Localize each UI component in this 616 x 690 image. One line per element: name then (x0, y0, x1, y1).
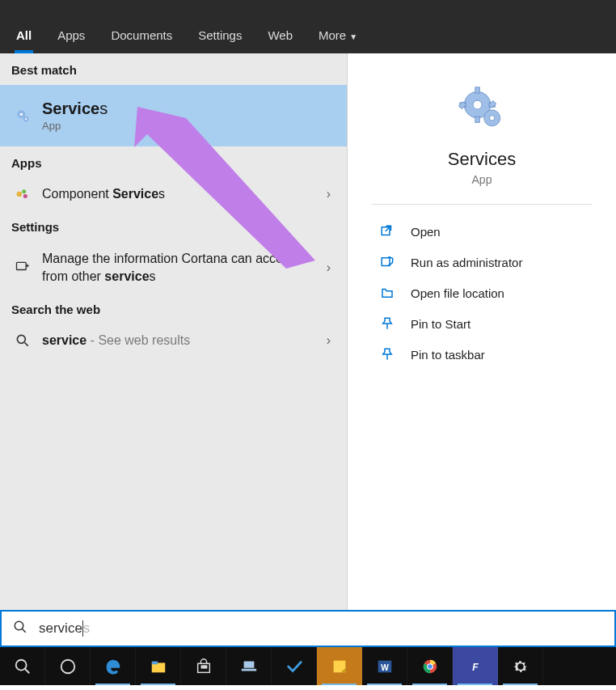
preview-title: Services (348, 149, 616, 170)
action-label: Open file location (411, 286, 504, 300)
permissions-icon (11, 260, 34, 276)
action-pin-start[interactable]: Pin to Start (348, 308, 616, 339)
svg-point-4 (17, 192, 23, 197)
taskbar-todo-button[interactable] (272, 647, 317, 685)
svg-line-9 (25, 343, 28, 346)
svg-point-6 (23, 194, 27, 198)
taskbar-cortana-button[interactable] (45, 647, 91, 685)
svg-rect-35 (243, 661, 254, 667)
svg-point-5 (22, 189, 26, 193)
svg-rect-33 (201, 666, 204, 668)
result-title: Manage the information Cortana can acces… (42, 250, 322, 285)
taskbar-chrome-button[interactable] (407, 647, 453, 685)
chevron-right-icon[interactable]: › (322, 187, 335, 201)
search-box[interactable]: services (0, 610, 616, 647)
search-icon (13, 620, 27, 637)
svg-point-43 (428, 664, 432, 669)
preview-sub: App (348, 173, 616, 186)
taskbar-settings-button[interactable] (498, 647, 543, 685)
taskbar-search-button[interactable] (0, 647, 45, 685)
result-component-services[interactable]: Component Services › (0, 178, 347, 210)
pin-icon (380, 347, 399, 362)
tab-apps[interactable]: Apps (48, 19, 95, 53)
tab-more-label: More (319, 28, 346, 42)
search-results-panel: Best match Services App Apps Component S… (0, 53, 348, 610)
taskbar-laptop-button[interactable] (226, 647, 272, 685)
search-input-text: services (39, 620, 90, 637)
taskbar-explorer-button[interactable] (136, 647, 181, 685)
svg-rect-7 (17, 262, 27, 269)
svg-point-29 (61, 659, 74, 673)
svg-point-27 (15, 659, 26, 670)
tab-more[interactable]: More▼ (309, 19, 367, 53)
action-label: Run as administrator (411, 256, 522, 269)
action-open[interactable]: Open (348, 216, 616, 247)
pin-icon (380, 316, 399, 331)
svg-point-8 (17, 336, 25, 344)
section-web: Search the web (0, 293, 347, 324)
result-title: service - See web results (42, 333, 322, 348)
result-title: Services (42, 99, 335, 118)
taskbar-edge-button[interactable] (91, 647, 136, 685)
svg-point-3 (25, 118, 27, 120)
svg-point-12 (473, 100, 482, 109)
action-pin-taskbar[interactable]: Pin to taskbar (348, 339, 616, 370)
open-icon (380, 224, 399, 239)
preview-panel: Services App Open Run as administrator O… (348, 53, 616, 610)
result-services-app[interactable]: Services App (0, 85, 347, 146)
chevron-right-icon[interactable]: › (322, 333, 335, 348)
svg-point-1 (20, 113, 23, 116)
svg-rect-36 (241, 668, 255, 671)
result-cortana-info[interactable]: Manage the information Cortana can acces… (0, 242, 347, 293)
separator (372, 204, 592, 205)
action-label: Open (411, 225, 441, 239)
taskbar-store-button[interactable] (181, 647, 226, 685)
folder-icon (380, 286, 399, 300)
gear-icon (11, 108, 34, 124)
tab-web[interactable]: Web (258, 19, 302, 53)
search-icon (11, 332, 34, 349)
result-web-search[interactable]: service - See web results › (0, 324, 347, 357)
svg-rect-34 (204, 666, 206, 668)
svg-line-26 (22, 629, 26, 633)
taskbar-app-f-button[interactable]: F (453, 647, 498, 685)
svg-rect-13 (475, 87, 479, 93)
services-large-icon (458, 86, 505, 133)
svg-rect-14 (475, 116, 479, 122)
taskbar-word-button[interactable]: W (362, 647, 407, 685)
svg-text:W: W (381, 662, 389, 671)
shield-icon (380, 255, 399, 269)
result-title: Component Services (42, 187, 322, 201)
action-open-location[interactable]: Open file location (348, 277, 616, 308)
action-label: Pin to Start (411, 317, 470, 331)
chevron-down-icon: ▼ (349, 32, 357, 41)
section-best-match: Best match (0, 53, 347, 85)
svg-point-20 (490, 116, 495, 121)
component-services-icon (11, 186, 34, 202)
result-sub: App (42, 120, 335, 132)
tab-settings[interactable]: Settings (188, 19, 251, 53)
tab-all[interactable]: All (6, 19, 41, 53)
taskbar: W F (0, 647, 616, 685)
svg-line-28 (24, 668, 29, 673)
search-scope-tabs: All Apps Documents Settings Web More▼ (0, 0, 616, 53)
svg-text:F: F (472, 661, 479, 672)
action-label: Pin to taskbar (411, 348, 485, 362)
chevron-right-icon[interactable]: › (322, 260, 335, 275)
tab-documents[interactable]: Documents (101, 19, 182, 53)
svg-point-25 (15, 621, 23, 630)
taskbar-stickynotes-button[interactable] (317, 647, 362, 685)
action-run-admin[interactable]: Run as administrator (348, 247, 616, 277)
section-settings: Settings (0, 210, 347, 242)
section-apps: Apps (0, 146, 347, 178)
svg-rect-31 (151, 661, 157, 664)
